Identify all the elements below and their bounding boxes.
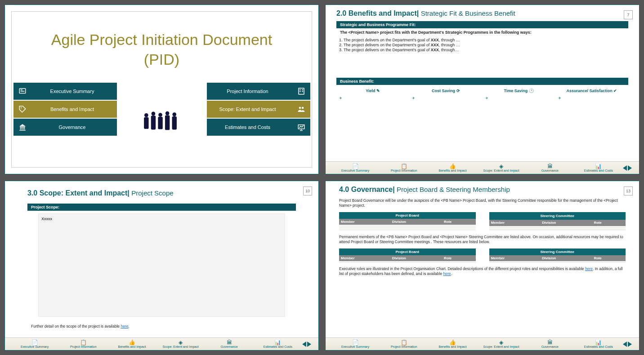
gov-footer-text: Executive roles are illustrated in the P…	[326, 264, 639, 280]
prev-arrow-icon[interactable]	[623, 342, 627, 347]
col-header: Division	[540, 220, 592, 226]
doc-icon	[13, 87, 31, 95]
next-arrow-icon[interactable]	[628, 165, 632, 171]
next-arrow-icon[interactable]	[628, 342, 632, 347]
svg-rect-7	[151, 116, 155, 130]
here-link-2[interactable]: here	[443, 271, 451, 276]
page-number: 7	[624, 10, 633, 19]
benefit-desc	[336, 94, 409, 102]
footer-governance[interactable]: 🏛Governance	[526, 164, 574, 172]
benefit-icon: ✔	[613, 89, 617, 93]
col-header: Division	[390, 255, 442, 261]
nav-benefits-and-impact[interactable]: Benefits and Impact	[13, 101, 117, 118]
slide-3-scope: 3.0 Scope: Extent and Impact| Project Sc…	[4, 181, 319, 351]
svg-rect-17	[300, 91, 300, 92]
benefit-icon: ✎	[376, 89, 380, 93]
bank-icon	[13, 123, 31, 131]
footer-label: Scope: Extent and Impact	[483, 169, 519, 172]
footer-scope-extent-and-impact[interactable]: ◈Scope: Extent and Impact	[157, 340, 205, 348]
footer-project-information[interactable]: 📋Project Information	[380, 164, 428, 172]
footer-label: Project Information	[70, 345, 97, 348]
footer-benefits-and-impact[interactable]: 👍Benefits and Impact	[428, 340, 477, 348]
nav-label: Benefits and Impact	[31, 106, 117, 112]
footer-scope-extent-and-impact[interactable]: ◈Scope: Extent and Impact	[477, 164, 526, 172]
footer-icon: 🏛	[205, 340, 254, 345]
nav-estimates-and-costs[interactable]: Estimates and Costs	[207, 119, 310, 136]
nav-project-information[interactable]: Project Information	[207, 83, 310, 100]
people-icon	[292, 105, 310, 113]
footer-executive-summary[interactable]: 📄Executive Summary	[331, 340, 380, 348]
prev-arrow-icon[interactable]	[623, 165, 627, 171]
footer-executive-summary[interactable]: 📄Executive Summary	[10, 340, 59, 348]
footer-estimates-and-costs[interactable]: 📊Estimates and Costs	[574, 164, 623, 172]
benefit-col-cost-saving: Cost Saving ⟳	[409, 88, 482, 102]
table-title: Project Board	[339, 248, 476, 255]
svg-rect-15	[300, 89, 300, 90]
svg-point-10	[165, 111, 169, 115]
nav-executive-summary[interactable]: Executive Summary	[13, 83, 117, 100]
svg-point-4	[144, 113, 148, 117]
nav-label: Estimates and Costs	[207, 124, 292, 130]
footer-benefits-and-impact[interactable]: 👍Benefits and Impact	[428, 164, 477, 172]
svg-rect-13	[172, 116, 176, 129]
footer-project-information[interactable]: 📋Project Information	[59, 340, 107, 348]
footer-icon: 📊	[574, 164, 623, 169]
footer-label: Benefits and Impact	[118, 345, 146, 348]
svg-point-20	[301, 107, 304, 109]
table-title: Steering Committee	[489, 212, 626, 220]
nav-label: Project Information	[207, 89, 292, 94]
prev-arrow-icon[interactable]	[302, 342, 306, 347]
col-header: Member	[339, 219, 390, 225]
here-link[interactable]: here	[121, 324, 128, 328]
benefit-header: Yield ✎	[336, 88, 409, 94]
footer-icon: 🏛	[526, 340, 574, 345]
footer-label: Benefits and Impact	[438, 169, 466, 172]
band-strategic-fit: Strategic and Business Programme Fit:	[336, 21, 628, 28]
footer-icon: 📊	[574, 340, 623, 345]
footer-governance[interactable]: 🏛Governance	[205, 340, 254, 348]
footer-label: Governance	[541, 345, 559, 348]
here-link[interactable]: here	[585, 266, 593, 271]
svg-rect-5	[144, 117, 148, 129]
table-row	[339, 262, 476, 263]
next-arrow-icon[interactable]	[307, 342, 311, 347]
footer-icon: ◈	[477, 164, 526, 169]
nav-governance[interactable]: Governance	[13, 119, 117, 136]
footer-icon: 📋	[59, 340, 107, 345]
benefit-icon: 🕐	[529, 89, 534, 93]
gov-mid: Permanent members of the <PB Name> Proje…	[326, 232, 639, 248]
building-icon	[292, 87, 310, 95]
footer-scope-extent-and-impact[interactable]: ◈Scope: Extent and Impact	[477, 340, 526, 348]
footer-benefits-and-impact[interactable]: 👍Benefits and Impact	[107, 340, 156, 348]
footer-label: Governance	[541, 169, 559, 172]
footer-executive-summary[interactable]: 📄Executive Summary	[331, 164, 380, 172]
svg-rect-9	[158, 117, 162, 129]
strategic-bullet: The project delivers on the Department's…	[344, 43, 621, 47]
col-header: Member	[339, 255, 390, 261]
col-header: Division	[540, 255, 592, 261]
svg-point-6	[151, 112, 155, 116]
svg-rect-16	[302, 89, 303, 90]
nav-scope-extent-and-impact[interactable]: Scope: Extent and Impact	[207, 101, 310, 118]
svg-rect-14	[299, 89, 304, 95]
band-project-scope: Project Scope:	[27, 204, 296, 211]
page-number: 13	[624, 186, 633, 195]
main-title: Agile Project Initiation Document (PID)	[12, 30, 312, 69]
svg-point-12	[172, 113, 176, 117]
footer-icon: 👍	[107, 340, 156, 345]
slide-4-governance: 4.0 Governance| Project Board & Steering…	[325, 181, 640, 351]
footer-label: Project Information	[391, 345, 417, 348]
footer-governance[interactable]: 🏛Governance	[526, 340, 574, 348]
footer-icon: 📄	[331, 340, 380, 345]
footer-nav: 📄Executive Summary📋Project Information👍B…	[326, 337, 639, 350]
benefit-desc	[483, 94, 555, 102]
footer-project-information[interactable]: 📋Project Information	[380, 340, 428, 348]
table-title: Project Board	[339, 212, 476, 219]
governance-table: Project BoardMemberDivisionRole	[339, 212, 476, 231]
col-header: Role	[592, 255, 626, 261]
governance-table: Steering CommitteeMemberDivisionRole	[489, 212, 626, 231]
footer-estimates-and-costs[interactable]: 📊Estimates and Costs	[574, 340, 623, 348]
footer-icon: 📊	[254, 340, 302, 345]
page-number: 10	[303, 186, 312, 195]
footer-estimates-and-costs[interactable]: 📊Estimates and Costs	[254, 340, 302, 348]
